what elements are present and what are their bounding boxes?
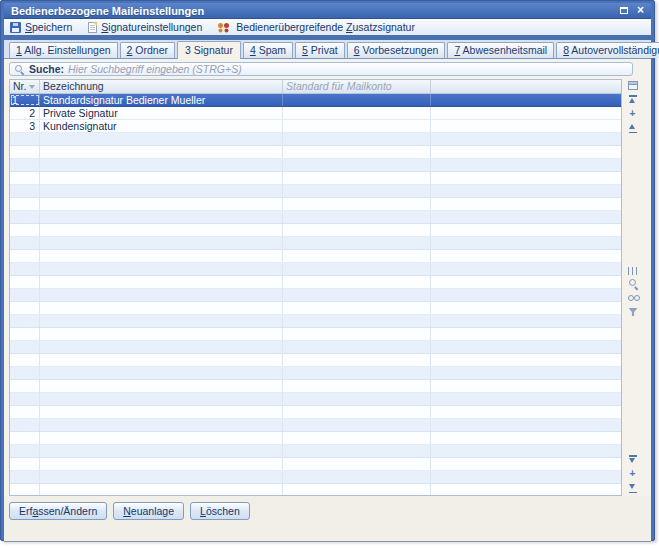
- column-header-standard-für-mailkonto[interactable]: Standard für Mailkonto: [283, 80, 431, 93]
- fit-columns-icon[interactable]: [628, 267, 637, 275]
- column-header-label: Standard für Mailkonto: [286, 80, 392, 93]
- restore-button[interactable]: [616, 4, 631, 17]
- empty-cell: [431, 198, 621, 210]
- empty-cell: [431, 133, 621, 145]
- table-empty-row[interactable]: [10, 471, 621, 484]
- table-body: 1Standardsignatur Bediener Mueller2Priva…: [10, 94, 621, 496]
- standard-mailkonto-cell: [283, 432, 431, 444]
- table-empty-row[interactable]: [10, 341, 621, 354]
- table-empty-row[interactable]: [10, 224, 621, 237]
- tab-8-autovervollständigung[interactable]: 8 Autovervollständigung: [556, 42, 659, 58]
- table-empty-row[interactable]: [10, 367, 621, 380]
- scroll-to-bottom-icon[interactable]: [627, 482, 639, 494]
- table-empty-row[interactable]: [10, 211, 621, 224]
- table-empty-row[interactable]: [10, 315, 621, 328]
- table-row[interactable]: 3Kundensignatur: [10, 120, 621, 133]
- table-row[interactable]: 1Standardsignatur Bediener Mueller: [10, 94, 621, 107]
- empty-cell: [431, 185, 621, 197]
- table-empty-row[interactable]: [10, 484, 621, 496]
- bezeichnung-cell: [40, 341, 283, 353]
- find-icon[interactable]: [627, 292, 639, 304]
- title-bar[interactable]: Bedienerbezogene Maileinstellungen ×: [4, 3, 651, 19]
- row-number-cell: [10, 224, 40, 236]
- tab-bar: 1 Allg. Einstellungen2 Ordner3 Signatur4…: [4, 40, 651, 59]
- tab-1-allg-einstellungen[interactable]: 1 Allg. Einstellungen: [9, 42, 118, 58]
- table-empty-row[interactable]: [10, 159, 621, 172]
- toolbar-button-signatureinstellungen[interactable]: Signatureinstellungen: [88, 21, 202, 33]
- table-empty-row[interactable]: [10, 172, 621, 185]
- table-empty-row[interactable]: [10, 328, 621, 341]
- standard-mailkonto-cell: [283, 94, 431, 106]
- tab-4-spam[interactable]: 4 Spam: [243, 42, 293, 58]
- row-number-cell: [10, 276, 40, 288]
- toolbar-button-label: Signatureinstellungen: [101, 21, 202, 33]
- bezeichnung-cell: [40, 172, 283, 184]
- table-row[interactable]: 2Private Signatur: [10, 107, 621, 120]
- column-header-nr[interactable]: Nr.: [10, 80, 40, 93]
- row-number-cell: 1: [10, 94, 40, 106]
- table-empty-row[interactable]: [10, 198, 621, 211]
- tab-5-privat[interactable]: 5 Privat: [295, 42, 345, 58]
- bezeichnung-cell: [40, 406, 283, 418]
- table-empty-row[interactable]: [10, 276, 621, 289]
- toolbar-button-speichern[interactable]: Speichern: [10, 21, 72, 33]
- scroll-to-top-icon[interactable]: [627, 94, 639, 106]
- button-löschen[interactable]: Löschen: [190, 502, 250, 520]
- tab-3-signatur[interactable]: 3 Signatur: [177, 41, 241, 59]
- page-up-icon[interactable]: [627, 122, 639, 134]
- save-icon: [10, 22, 21, 33]
- table-empty-row[interactable]: [10, 445, 621, 458]
- search-bar[interactable]: Suche:: [9, 62, 633, 76]
- table-empty-row[interactable]: [10, 289, 621, 302]
- row-number-cell: [10, 458, 40, 470]
- column-chooser-icon[interactable]: [628, 81, 638, 90]
- table-empty-row[interactable]: [10, 302, 621, 315]
- standard-mailkonto-cell: [283, 458, 431, 470]
- button-neuanlage[interactable]: Neuanlage: [113, 502, 184, 520]
- search-label: Suche:: [29, 63, 64, 75]
- column-header-bezeichnung[interactable]: Bezeichnung: [40, 80, 283, 93]
- table-empty-row[interactable]: [10, 133, 621, 146]
- row-number-cell: [10, 484, 40, 496]
- tab-6-vorbesetzungen[interactable]: 6 Vorbesetzungen: [347, 42, 446, 58]
- empty-cell: [431, 172, 621, 184]
- zoom-icon[interactable]: [627, 278, 639, 290]
- row-number-cell: [10, 250, 40, 262]
- standard-mailkonto-cell: [283, 211, 431, 223]
- standard-mailkonto-cell: [283, 159, 431, 171]
- button-erfassen-ändern[interactable]: Erfassen/Ändern: [9, 502, 107, 520]
- table-empty-row[interactable]: [10, 406, 621, 419]
- standard-mailkonto-cell: [283, 120, 431, 132]
- standard-mailkonto-cell: [283, 172, 431, 184]
- table-empty-row[interactable]: [10, 250, 621, 263]
- table-empty-row[interactable]: [10, 380, 621, 393]
- table-empty-row[interactable]: [10, 419, 621, 432]
- row-number-cell: [10, 289, 40, 301]
- search-input[interactable]: [68, 63, 628, 75]
- scroll-up-icon[interactable]: [627, 108, 639, 120]
- standard-mailkonto-cell: [283, 133, 431, 145]
- table-empty-row[interactable]: [10, 237, 621, 250]
- column-header-empty[interactable]: [431, 80, 621, 93]
- table-empty-row[interactable]: [10, 393, 621, 406]
- tab-2-ordner[interactable]: 2 Ordner: [120, 42, 175, 58]
- toolbar-button-bedienerübergreifende-zusatzsignatur[interactable]: Bedienerübergreifende Zusatzsignatur: [218, 21, 415, 33]
- close-button[interactable]: ×: [633, 4, 648, 17]
- search-icon: [14, 64, 25, 75]
- empty-cell: [431, 276, 621, 288]
- table-empty-row[interactable]: [10, 458, 621, 471]
- table-empty-row[interactable]: [10, 263, 621, 276]
- page-down-icon[interactable]: [627, 454, 639, 466]
- tab-7-abwesenheitsmail[interactable]: 7 Abwesenheitsmail: [447, 42, 554, 58]
- scroll-down-icon[interactable]: [627, 468, 639, 480]
- table-empty-row[interactable]: [10, 146, 621, 159]
- row-number-cell: [10, 185, 40, 197]
- table-empty-row[interactable]: [10, 432, 621, 445]
- empty-cell: [431, 224, 621, 236]
- table-empty-row[interactable]: [10, 185, 621, 198]
- bezeichnung-cell: [40, 133, 283, 145]
- filter-icon[interactable]: [627, 306, 639, 318]
- window-body: SpeichernSignatureinstellungenBedienerüb…: [4, 19, 651, 542]
- table-empty-row[interactable]: [10, 354, 621, 367]
- bezeichnung-cell: [40, 302, 283, 314]
